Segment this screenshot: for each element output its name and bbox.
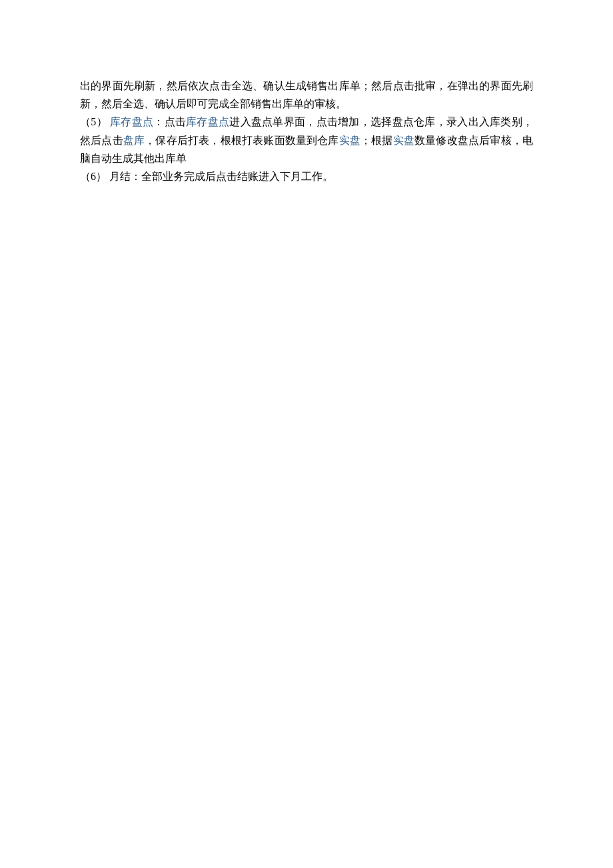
text-segment: ，保存后打表，根根打表账面数量到仓库	[145, 135, 339, 146]
paragraph-item-6: （6） 月结：全部业务完成后点击结账进入下月工作。	[80, 167, 533, 185]
list-marker: （6）	[80, 171, 109, 182]
link-physical-inventory-1[interactable]: 实盘	[339, 135, 360, 146]
text-segment: 出的界面先刷新，然后依次点击全选、确认生成销售出库单；然后点击批审，在弹出的界面…	[80, 80, 533, 109]
text-segment: 月结：全部业务完成后点击结账进入下月工作。	[109, 171, 333, 182]
paragraph-item-5: （5） 库存盘点：点击库存盘点进入盘点单界面，点击增加，选择盘点仓库，录入出入库…	[80, 113, 533, 167]
link-inventory-check-2[interactable]: 库存盘点	[186, 116, 229, 127]
text-segment: ；根据	[360, 135, 393, 146]
link-inventory-check-1[interactable]: 库存盘点	[110, 116, 153, 127]
paragraph-continuation: 出的界面先刷新，然后依次点击全选、确认生成销售出库单；然后点击批审，在弹出的界面…	[80, 77, 533, 113]
document-body: 出的界面先刷新，然后依次点击全选、确认生成销售出库单；然后点击批审，在弹出的界面…	[80, 77, 533, 185]
link-warehouse-check[interactable]: 盘库	[123, 135, 145, 146]
link-physical-inventory-2[interactable]: 实盘	[393, 135, 414, 146]
list-marker: （5）	[80, 116, 110, 127]
text-segment: ：点击	[153, 116, 186, 127]
